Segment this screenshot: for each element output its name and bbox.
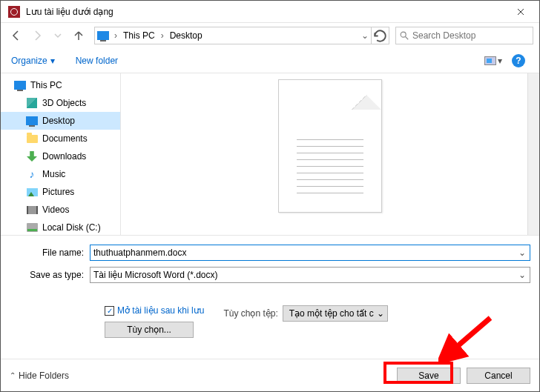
tree-thispc[interactable]: This PC [1, 76, 120, 94]
scrollbar[interactable] [527, 73, 539, 235]
view-mode-button[interactable]: ▾ [483, 52, 504, 70]
breadcrumb[interactable]: › This PC › Desktop ⌄ [94, 27, 389, 44]
chevron-down-icon: ▾ [50, 56, 55, 66]
tree-downloads[interactable]: Downloads [1, 147, 120, 165]
tree-localdisk[interactable]: Local Disk (C:) [1, 219, 120, 235]
open-after-save-checkbox[interactable]: ✓ Mở tài liệu sau khi lưu [105, 305, 204, 316]
back-button[interactable] [7, 27, 26, 44]
tree-desktop[interactable]: Desktop [1, 112, 120, 130]
up-button[interactable] [69, 27, 88, 44]
checkbox-icon: ✓ [105, 306, 114, 316]
cancel-button[interactable]: Cancel [467, 368, 530, 384]
hide-folders-button[interactable]: ⌃ Hide Folders [10, 371, 69, 381]
options-button[interactable]: Tùy chọn... [105, 322, 194, 338]
monitor-icon [95, 27, 111, 44]
organize-label: Organize [11, 56, 47, 66]
refresh-button[interactable] [371, 27, 389, 44]
folder-tree[interactable]: This PC 3D Objects Desktop Documents Dow… [1, 73, 121, 235]
svg-point-0 [401, 32, 406, 37]
window-title: Lưu tài liệu dưới dạng [24, 7, 505, 17]
filename-label: File name: [10, 248, 90, 258]
chevron-right-icon[interactable]: › [158, 30, 167, 41]
tree-music[interactable]: ♪Music [1, 165, 120, 183]
saveastype-label: Save as type: [10, 270, 90, 280]
chevron-right-icon[interactable]: › [111, 30, 120, 41]
tree-3dobjects[interactable]: 3D Objects [1, 94, 120, 112]
recent-dropdown[interactable] [48, 27, 68, 44]
file-listing[interactable] [121, 73, 539, 235]
breadcrumb-thispc[interactable]: This PC [120, 27, 158, 44]
search-field[interactable] [409, 30, 530, 41]
chevron-down-icon[interactable]: ⌄ [516, 247, 528, 259]
tree-pictures[interactable]: Pictures [1, 183, 120, 201]
file-options-label: Tùy chọn tệp: [223, 308, 277, 319]
filename-input[interactable]: thuthuatphanmem.docx ⌄ [90, 245, 530, 261]
document-thumbnail[interactable] [278, 79, 382, 213]
chevron-down-icon[interactable]: ⌄ [359, 30, 371, 41]
app-icon [8, 6, 20, 18]
new-folder-button[interactable]: New folder [76, 56, 118, 66]
file-options-select[interactable]: Tạo một tệp cho tất c ⌄ [283, 305, 388, 322]
help-button[interactable]: ? [508, 52, 529, 70]
close-button[interactable] [505, 1, 536, 23]
saveastype-select[interactable]: Tài liệu Microsoft Word (*.docx) ⌄ [90, 267, 530, 283]
tree-documents[interactable]: Documents [1, 130, 120, 147]
search-icon [399, 30, 409, 41]
save-button[interactable]: Save [397, 368, 461, 384]
forward-button[interactable] [27, 27, 47, 44]
chevron-down-icon[interactable]: ⌄ [516, 269, 528, 281]
chevron-down-icon: ⌄ [377, 308, 384, 319]
tree-videos[interactable]: Videos [1, 201, 120, 219]
search-input[interactable] [395, 27, 533, 44]
organize-menu[interactable]: Organize ▾ [11, 56, 55, 66]
breadcrumb-desktop[interactable]: Desktop [167, 27, 205, 44]
chevron-up-icon: ⌃ [10, 371, 16, 379]
